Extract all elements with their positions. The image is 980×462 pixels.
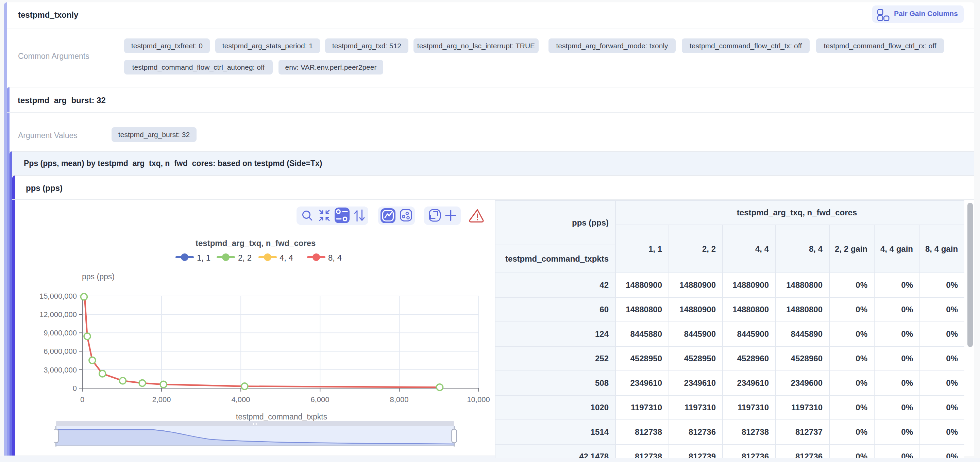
svg-text:9,000,000: 9,000,000	[43, 329, 77, 337]
svg-text:12,000,000: 12,000,000	[40, 310, 77, 319]
svg-text:6,000: 6,000	[310, 395, 329, 404]
svg-text:8,000: 8,000	[390, 395, 408, 404]
svg-text:3,000,000: 3,000,000	[43, 366, 77, 374]
svg-text:4,000: 4,000	[231, 395, 250, 404]
svg-text:0: 0	[80, 395, 84, 404]
svg-text:testpmd_command_txpkts: testpmd_command_txpkts	[236, 412, 327, 421]
svg-text:0: 0	[73, 384, 77, 393]
svg-text:15,000,000: 15,000,000	[40, 292, 77, 300]
svg-text:10,000: 10,000	[467, 395, 490, 404]
svg-text:2,000: 2,000	[152, 395, 171, 404]
svg-text:pps (pps): pps (pps)	[82, 272, 115, 281]
svg-text:6,000,000: 6,000,000	[43, 347, 77, 355]
